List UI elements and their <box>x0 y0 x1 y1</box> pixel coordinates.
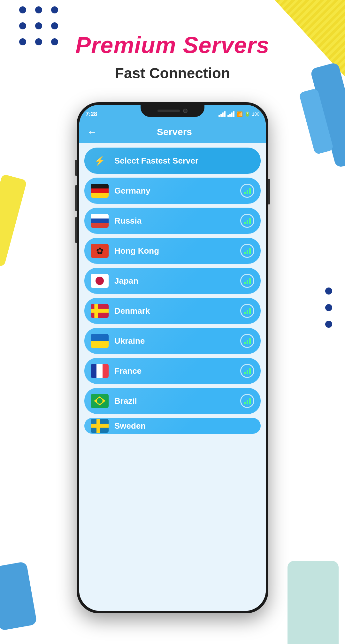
signal-bars-japan <box>244 277 251 284</box>
server-item-russia[interactable]: Russia <box>84 208 261 234</box>
server-item-brazil[interactable]: Brazil <box>84 388 261 414</box>
page-subtitle: Fast Connection <box>0 65 345 82</box>
app-header: ← Servers <box>79 121 266 143</box>
denmark-cross-h <box>91 309 109 313</box>
server-name-hongkong: Hong Kong <box>114 246 240 256</box>
flag-russia <box>91 214 109 228</box>
wifi-icon: 📶 <box>236 111 243 117</box>
server-item-hongkong[interactable]: ✿ Hong Kong <box>84 238 261 264</box>
header-title: Servers <box>103 126 245 137</box>
server-list: ⚡ Select Fastest Server Germany <box>79 143 266 611</box>
server-item-japan[interactable]: Japan <box>84 268 261 294</box>
flag-hongkong: ✿ <box>91 244 109 258</box>
signal-bars-france <box>244 367 251 374</box>
sweden-cross-h <box>91 424 109 428</box>
signal-japan <box>240 274 254 288</box>
sweden-cross-v <box>96 419 100 433</box>
signal-bars-hongkong <box>244 247 251 254</box>
phone-screen: 7:28 📶 🔋 10 <box>79 105 266 611</box>
server-item-ukraine[interactable]: Ukraine <box>84 328 261 354</box>
server-item-germany[interactable]: Germany <box>84 178 261 204</box>
brazil-circle <box>97 398 103 404</box>
signal-icon-2 <box>227 111 234 117</box>
fastest-server-item[interactable]: ⚡ Select Fastest Server <box>84 148 261 174</box>
fastest-icon: ⚡ <box>91 154 109 168</box>
signal-bars-germany <box>244 187 251 194</box>
status-time: 7:28 <box>86 111 97 118</box>
brazil-diamond <box>94 396 105 405</box>
silent-button <box>75 160 77 176</box>
server-name-ukraine: Ukraine <box>114 336 240 346</box>
hk-flower-icon: ✿ <box>96 246 103 256</box>
signal-bars-russia <box>244 217 251 224</box>
phone-notch <box>141 105 204 117</box>
server-name-japan: Japan <box>114 276 240 286</box>
server-name-denmark: Denmark <box>114 306 240 316</box>
server-name-russia: Russia <box>114 216 240 226</box>
server-item-france[interactable]: France <box>84 358 261 384</box>
yellow-bar-decoration <box>0 174 27 267</box>
server-name-brazil: Brazil <box>114 396 240 406</box>
flag-sweden <box>91 419 109 433</box>
power-button <box>268 179 270 204</box>
signal-denmark <box>240 304 254 318</box>
teal-decoration-bottom <box>288 561 339 644</box>
title-area: Premium Servers Fast Connection <box>0 32 345 82</box>
flag-denmark <box>91 304 109 318</box>
signal-bars-denmark <box>244 307 251 314</box>
flag-japan <box>91 274 109 288</box>
battery-icon: 🔋 <box>245 111 250 117</box>
server-item-denmark[interactable]: Denmark <box>84 298 261 324</box>
phone-mockup: 7:28 📶 🔋 10 <box>77 102 268 613</box>
denmark-cross-v <box>94 304 98 318</box>
volume-down-button <box>75 217 77 243</box>
front-camera <box>183 109 188 113</box>
server-name-germany: Germany <box>114 186 240 196</box>
decorative-dots-right <box>325 288 332 328</box>
signal-france <box>240 364 254 378</box>
flag-germany <box>91 184 109 198</box>
server-item-sweden[interactable]: Sweden <box>84 418 261 434</box>
signal-brazil <box>240 394 254 408</box>
flag-france <box>91 364 109 378</box>
phone-body: 7:28 📶 🔋 10 <box>77 102 268 613</box>
battery-percent: 100 <box>252 111 259 117</box>
volume-up-button <box>75 185 77 211</box>
back-button[interactable]: ← <box>87 126 97 138</box>
fastest-server-label: Select Fastest Server <box>114 156 254 166</box>
notch-speaker <box>157 110 180 112</box>
signal-bars-brazil <box>244 397 251 404</box>
signal-germany <box>240 184 254 198</box>
page-title: Premium Servers <box>0 32 345 58</box>
server-name-france: France <box>114 366 240 376</box>
signal-hongkong <box>240 244 254 258</box>
signal-russia <box>240 214 254 228</box>
signal-ukraine <box>240 334 254 348</box>
flag-brazil <box>91 394 109 408</box>
blue-bar-decoration-bottom <box>0 561 37 631</box>
signal-icon <box>218 111 226 117</box>
japan-circle <box>96 277 104 285</box>
signal-bars-ukraine <box>244 337 251 344</box>
status-right-icons: 📶 🔋 100 <box>218 111 259 117</box>
flag-ukraine <box>91 334 109 348</box>
server-name-sweden: Sweden <box>114 421 254 431</box>
